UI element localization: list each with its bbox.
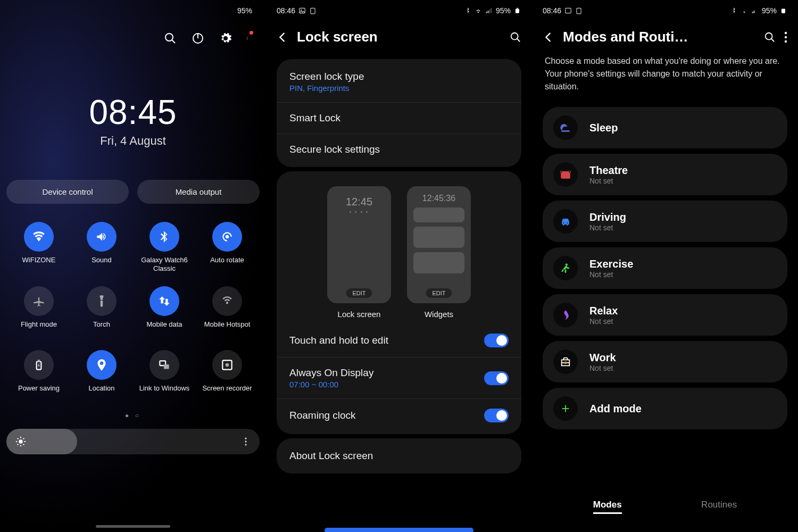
qs-tile-label: WiFIZONE [22,256,56,273]
svg-point-16 [19,439,22,443]
mode-relax[interactable]: RelaxNot set [543,294,787,336]
qs-clock: 08:45 Fri, 4 August [0,93,266,148]
mode-sleep[interactable]: Sleep [543,107,787,148]
page-title: Lock screen [297,29,501,45]
bluetooth-icon [730,7,737,14]
qs-tile-plane[interactable]: Flight mode [7,286,70,337]
brightness-more-icon[interactable] [240,436,251,447]
tab-routines[interactable]: Routines [701,500,737,512]
link-icon [149,350,179,380]
svg-point-42 [785,40,787,42]
back-icon[interactable] [543,31,554,43]
mode-exercise[interactable]: ExerciseNot set [543,247,787,289]
toggle-switch[interactable] [484,409,509,422]
search-icon[interactable] [164,32,177,45]
battery-icon [24,350,54,380]
home-indicator[interactable] [325,528,473,532]
status-bar: 08:46 95% [532,0,798,21]
qs-tile-data[interactable]: Mobile data [133,286,196,337]
page-title: Modes and Routi… [563,29,755,45]
secure-lock-row[interactable]: Secure lock settings [277,134,521,165]
widget-placeholder-icon [413,207,464,222]
widget-placeholder-icon [413,227,464,248]
rotate-icon [212,222,242,252]
toggle-switch[interactable] [484,334,509,347]
svg-line-39 [771,38,775,41]
qs-tile-record[interactable]: Screen recorder [196,350,259,401]
smart-lock-row[interactable]: Smart Lock [277,103,521,134]
svg-point-2 [165,34,173,41]
touch-hold-row[interactable]: Touch and hold to edit [277,324,521,358]
qs-tile-battery[interactable]: Power saving [7,350,70,401]
qs-tile-rotate[interactable]: Auto rotate [196,222,259,273]
edit-button[interactable]: EDIT [346,288,372,298]
qs-tile-torch[interactable]: Torch [70,286,133,337]
qs-tile-hotspot[interactable]: Mobile Hotspot [196,286,259,337]
row-title: Screen lock type [289,71,509,82]
more-icon[interactable] [784,31,787,44]
qs-tile-label: Link to Windows [139,384,190,401]
mode-sub: Not set [589,270,777,279]
mode-title: Sleep [589,122,777,134]
row-title: Always On Display [289,367,484,379]
header: Modes and Routi… [532,21,798,55]
tab-modes[interactable]: Modes [593,500,622,514]
roaming-clock-row[interactable]: Roaming clock [277,399,521,432]
row-title: Touch and hold to edit [289,335,388,346]
qs-tile-label: Torch [93,320,110,337]
svg-line-21 [18,438,19,439]
edit-button[interactable]: EDIT [426,288,452,298]
svg-point-9 [226,235,229,239]
add-mode-label: Add mode [589,403,777,415]
modes-list: SleepTheatreNot setDrivingNot setExercis… [532,107,798,383]
search-icon[interactable] [510,31,521,43]
toggle-switch[interactable] [484,371,509,385]
battery-percent: 95% [237,6,252,15]
add-mode-button[interactable]: Add mode [543,388,787,429]
widgets-preview[interactable]: 12:45:36 EDIT Widgets [407,186,471,319]
lock-screen-preview[interactable]: 12:45 • • • • EDIT Lock screen [327,186,391,319]
mode-title: Relax [589,305,777,317]
brightness-slider[interactable] [6,429,260,454]
qs-tile-label: Screen recorder [202,384,252,401]
svg-point-33 [511,32,518,39]
mode-title: Theatre [589,164,777,177]
svg-rect-13 [164,364,169,369]
aod-row[interactable]: Always On Display 07:00 ~ 00:00 [277,358,521,399]
preview-time: 12:45 [346,196,372,208]
qs-date: Fri, 4 August [0,134,266,148]
back-icon[interactable] [277,31,288,43]
row-title: Smart Lock [289,112,340,124]
svg-line-3 [172,40,175,43]
svg-point-26 [245,440,246,442]
mode-driving[interactable]: DrivingNot set [543,201,787,242]
qs-tile-wifi[interactable]: WiFIZONE [7,222,70,273]
mode-theatre[interactable]: TheatreNot set [543,154,787,195]
qs-tile-link[interactable]: Link to Windows [133,350,196,401]
power-icon[interactable] [192,32,204,45]
home-indicator[interactable] [96,525,170,528]
mode-title: Exercise [589,258,777,270]
svg-point-46 [566,264,568,266]
svg-rect-45 [569,171,571,173]
svg-point-15 [226,363,229,367]
device-control-button[interactable]: Device control [6,180,129,204]
preview-time: 12:45:36 [413,194,464,203]
qs-time: 08:45 [0,93,266,132]
search-icon[interactable] [764,31,776,43]
svg-rect-47 [564,362,567,364]
mode-sub: Not set [589,223,777,232]
qs-tile-label: Galaxy Watch6 Classic [133,256,196,273]
gear-icon[interactable] [219,32,232,45]
qs-tile-bluetooth[interactable]: Galaxy Watch6 Classic [133,222,196,273]
record-icon [212,350,242,380]
image-icon [298,7,306,14]
about-lock-screen-row[interactable]: About Lock screen [277,440,521,471]
qs-tile-location[interactable]: Location [70,350,133,401]
mode-work[interactable]: WorkNot set [543,341,787,383]
qs-tile-sound[interactable]: Sound [70,222,133,273]
media-output-button[interactable]: Media output [137,180,260,204]
hotspot-icon [212,286,242,316]
screen-lock-type-row[interactable]: Screen lock type PIN, Fingerprints [277,61,521,103]
torch-icon [87,286,117,316]
